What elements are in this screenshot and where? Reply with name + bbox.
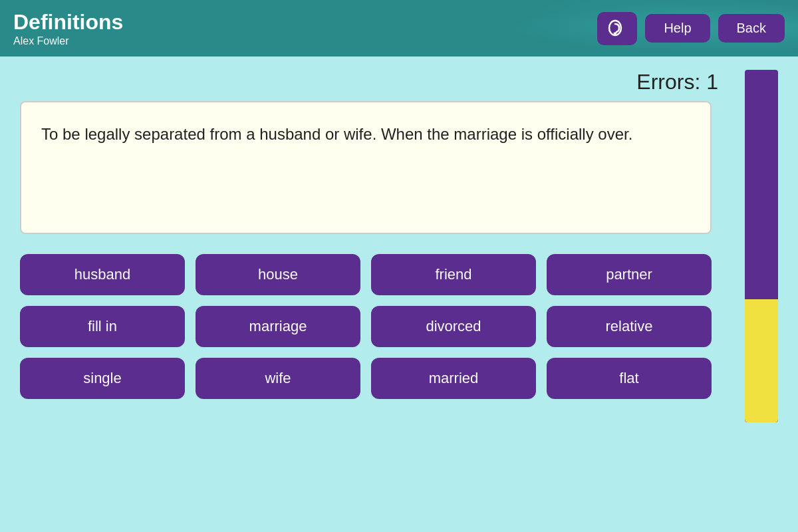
ear-icon	[607, 19, 627, 38]
word-button-fill-in[interactable]: fill in	[20, 306, 185, 347]
definition-text: To be legally separated from a husband o…	[41, 122, 690, 146]
word-button-husband[interactable]: husband	[20, 254, 185, 295]
back-button[interactable]: Back	[718, 14, 785, 43]
definition-box: To be legally separated from a husband o…	[20, 101, 712, 234]
main-content: Errors: 1 To be legally separated from a…	[0, 57, 798, 412]
progress-bar-fill	[745, 299, 778, 423]
word-button-single[interactable]: single	[20, 358, 185, 399]
app-title: Definitions	[13, 9, 597, 35]
listen-button[interactable]	[597, 12, 637, 45]
word-button-house[interactable]: house	[196, 254, 360, 295]
word-button-married[interactable]: married	[371, 358, 536, 399]
progress-bar-background	[745, 70, 778, 422]
word-button-friend[interactable]: friend	[371, 254, 536, 295]
errors-label: Errors: 1	[20, 70, 778, 94]
word-button-flat[interactable]: flat	[547, 358, 712, 399]
header-text: Definitions Alex Fowler	[13, 9, 597, 47]
header-buttons: Help Back	[597, 12, 785, 45]
user-name: Alex Fowler	[13, 35, 597, 47]
svg-point-1	[614, 32, 616, 34]
word-grid: husbandhousefriendpartnerfill inmarriage…	[20, 254, 712, 399]
word-button-divorced[interactable]: divorced	[371, 306, 536, 347]
word-button-marriage[interactable]: marriage	[196, 306, 360, 347]
help-button[interactable]: Help	[645, 14, 710, 43]
progress-bar-container	[745, 70, 778, 422]
word-button-relative[interactable]: relative	[547, 306, 712, 347]
word-button-partner[interactable]: partner	[547, 254, 712, 295]
header: Definitions Alex Fowler Help Back	[0, 0, 798, 57]
word-button-wife[interactable]: wife	[196, 358, 360, 399]
